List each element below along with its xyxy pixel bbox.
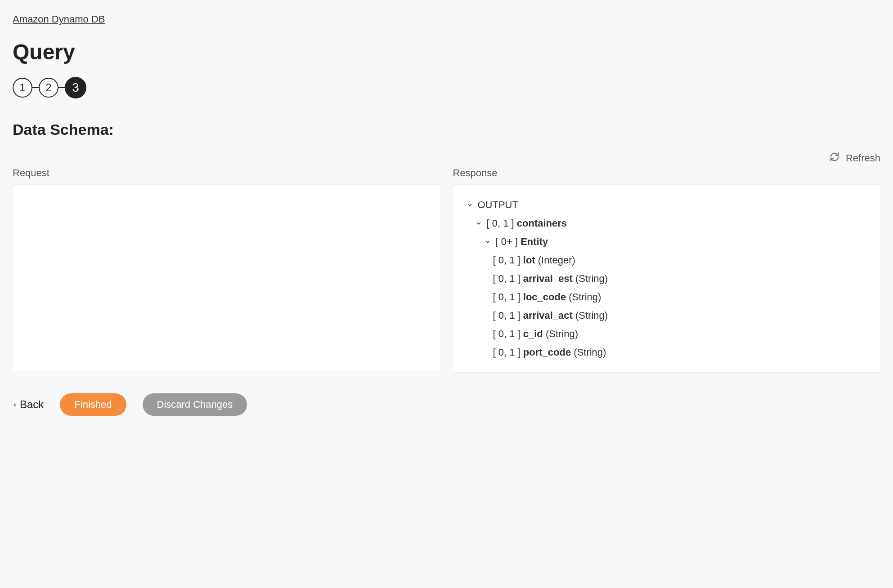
response-panel-label: Response: [453, 167, 881, 179]
tree-leaf: [ 0, 1 ] arrival_act (String): [493, 306, 868, 325]
chevron-down-icon[interactable]: [475, 220, 482, 227]
tree-label: OUTPUT: [478, 197, 518, 212]
breadcrumb-link[interactable]: Amazon Dynamo DB: [13, 13, 105, 25]
tree-node-output[interactable]: OUTPUT: [466, 196, 868, 214]
step-connector: [58, 87, 65, 88]
tree-node-entity[interactable]: [ 0+ ] Entity: [484, 232, 868, 251]
chevron-left-icon: [13, 398, 17, 411]
tree-leaf: [ 0, 1 ] arrival_est (String): [493, 269, 868, 288]
refresh-button[interactable]: Refresh: [13, 152, 880, 165]
chevron-down-icon[interactable]: [484, 238, 491, 245]
refresh-icon: [830, 152, 839, 165]
tree-leaf: [ 0, 1 ] port_code (String): [493, 343, 868, 361]
tree-label: [ 0, 1 ] containers: [487, 216, 567, 231]
request-panel[interactable]: [13, 184, 440, 371]
tree-leaf: [ 0, 1 ] loc_code (String): [493, 288, 868, 306]
discard-changes-button[interactable]: Discard Changes: [143, 393, 247, 416]
step-1[interactable]: 1: [13, 78, 32, 98]
back-button[interactable]: Back: [13, 398, 44, 411]
chevron-down-icon[interactable]: [466, 201, 473, 209]
back-label: Back: [20, 398, 44, 411]
steps-indicator: 1 2 3: [13, 77, 880, 98]
refresh-label: Refresh: [846, 152, 880, 164]
tree-leaf: [ 0, 1 ] c_id (String): [493, 325, 868, 343]
step-3[interactable]: 3: [65, 77, 86, 98]
tree-node-containers[interactable]: [ 0, 1 ] containers: [475, 214, 868, 232]
step-connector: [32, 87, 39, 88]
response-panel: OUTPUT [ 0, 1 ] containers: [453, 184, 881, 373]
page-title: Query: [13, 40, 880, 64]
finished-button[interactable]: Finished: [60, 393, 126, 416]
section-title: Data Schema:: [13, 121, 880, 138]
step-2[interactable]: 2: [39, 78, 58, 98]
tree-label: [ 0+ ] Entity: [496, 234, 548, 249]
tree-leaf: [ 0, 1 ] lot (Integer): [493, 251, 868, 269]
request-panel-label: Request: [13, 167, 440, 179]
